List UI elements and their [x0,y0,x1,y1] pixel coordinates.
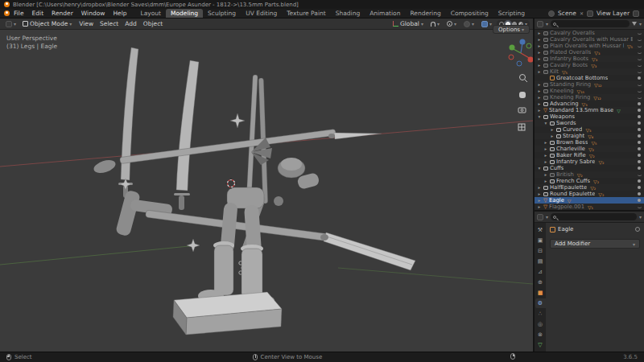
eye-open-icon[interactable] [636,102,642,106]
expand-icon[interactable]: ▾ [537,114,542,119]
expand-icon[interactable]: ▸ [537,88,542,93]
outliner-row-kneeling-firing[interactable]: ▸Kneeling Firing▽₁₂ [535,94,644,101]
expand-icon[interactable]: ▸ [537,50,542,55]
eye-open-icon[interactable] [636,186,642,190]
zoom-tool-icon[interactable] [520,75,528,83]
properties-tab-render[interactable]: ▣ [535,236,546,245]
outliner-row-cuffs[interactable]: ▾Cuffs [535,165,644,171]
properties-tab-world[interactable]: ⊕ [535,278,546,287]
properties-tab-output[interactable]: ⊟ [535,246,546,256]
menu-help[interactable]: Help [109,10,130,17]
outliner-row-british[interactable]: ▸British▽₂ [535,171,644,178]
outliner-row-round-epaulette[interactable]: ▸Round Epaulette▽₂ [535,191,644,197]
expand-icon[interactable]: ▸ [537,95,542,100]
viewport-3d[interactable]: User Perspective (31) Legs | Eagle [0,30,533,352]
eye-open-icon[interactable] [636,192,642,196]
outliner-row-kilt[interactable]: ▸Kilt▽₅ [535,68,644,75]
workspace-tab-rendering[interactable]: Rendering [405,9,445,18]
menu-window[interactable]: Window [77,10,109,17]
eye-open-icon[interactable] [636,154,642,158]
expand-icon[interactable]: ▸ [537,185,542,190]
outliner-row-french-cuffs[interactable]: ▸French Cuffs▽₂ [535,178,644,184]
options-button[interactable]: Options▾ [493,25,530,34]
workspace-tab-compositing[interactable]: Compositing [446,9,493,18]
outliner-row-standard-13-5mm-base[interactable]: ▸▽Standard 13.5mm Base▽ [535,107,644,113]
viewport-menu-object[interactable]: Object [140,20,166,27]
outliner-search-input[interactable] [551,20,630,27]
eye-open-icon[interactable] [636,199,642,203]
proportional-edit-toggle[interactable]: ▾ [444,21,459,27]
eye-closed-icon[interactable] [636,44,642,47]
expand-icon[interactable]: ▸ [550,127,555,132]
expand-icon[interactable]: ▾ [537,166,542,171]
outliner-row-infantry-sabre[interactable]: ▸Infantry Sabre▽₂ [535,158,644,165]
outliner-row-charleville[interactable]: ▸Charleville▽₂ [535,146,644,152]
outliner-row-cavalry-overalls-with-hussar-boots[interactable]: ▸Cavalry Overalls with Hussar Boots [535,36,644,43]
workspace-tab-uv-editing[interactable]: UV Editing [241,9,282,18]
navigation-gizmo[interactable] [509,39,533,67]
gizmo-x-neg[interactable] [509,55,514,60]
expand-icon[interactable]: ▸ [537,31,542,35]
eye-open-icon[interactable] [636,128,642,132]
view-layer-selector[interactable]: View Layer [597,10,630,17]
outliner-row-halfepaulette[interactable]: ▸HalfEpaulette▽₂ [535,184,644,191]
expand-icon[interactable]: ▾ [543,121,548,125]
eye-closed-icon[interactable] [636,38,642,41]
properties-tab-scene[interactable]: ⊿ [535,267,546,277]
outliner-row-kneeling[interactable]: ▸Kneeling▽₁₅ [535,88,644,94]
workspace-tab-modeling[interactable]: Modeling [166,9,203,18]
outliner-row-straight[interactable]: ▸Straight▽₄ [535,133,644,139]
menu-edit[interactable]: Edit [28,10,48,17]
workspace-tab-sculpting[interactable]: Sculpting [203,9,241,18]
outliner-row-baker-rifle[interactable]: ▸Baker Rifle▽₂ [535,152,644,158]
eye-closed-icon[interactable] [636,89,642,93]
workspace-tab-texture-paint[interactable]: Texture Paint [282,9,330,18]
menu-file[interactable]: File [10,10,28,17]
eye-open-icon[interactable] [636,76,642,80]
camera-view-icon[interactable] [518,108,526,113]
filter-chevron-icon[interactable]: ▾ [639,21,642,27]
outliner-row-infantry-boots[interactable]: ▸Infantry Boots▽₃ [535,56,644,62]
expand-icon[interactable]: ▸ [543,140,548,145]
viewport-menu-add[interactable]: Add [122,20,140,27]
expand-icon[interactable]: ▸ [537,37,542,42]
mode-selector[interactable]: Object Mode▾ [20,20,74,27]
expand-icon[interactable]: ▸ [543,153,548,158]
eye-open-icon[interactable] [636,179,642,183]
expand-icon[interactable]: ▸ [543,159,548,164]
eye-closed-icon[interactable] [636,83,642,86]
workspace-tab-layout[interactable]: Layout [135,9,166,18]
eye-open-icon[interactable] [636,160,642,164]
expand-icon[interactable]: ▸ [543,179,548,183]
properties-filter-icon[interactable]: ▾ [639,214,642,220]
properties-tab-modifiers[interactable]: ⚙ [535,298,546,308]
expand-icon[interactable]: ▸ [537,101,542,106]
properties-search-input[interactable] [551,213,637,220]
properties-tab-physics[interactable]: ◎ [535,319,546,329]
eye-open-icon[interactable] [636,109,642,113]
outliner-row-advancing[interactable]: ▸Advancing▽₃ [535,101,644,107]
outliner-row-greatcoat-bottoms[interactable]: Greatcoat Bottoms [535,75,644,81]
eye-closed-icon[interactable] [636,173,642,176]
outliner-row-standing-firing[interactable]: ▸Standing Firing▽₁₂ [535,81,644,88]
new-view-layer-icon[interactable] [633,10,639,17]
expand-icon[interactable]: ▸ [537,43,542,48]
gizmo-z-axis[interactable] [520,39,526,45]
workspace-tab-animation[interactable]: Animation [365,9,405,18]
properties-tab-constraints[interactable]: ⊗ [535,330,546,339]
expand-icon[interactable]: ▸ [537,82,542,87]
workspace-tab-scripting[interactable]: Scripting [493,9,530,18]
properties-editor-type-icon[interactable] [537,214,543,220]
eye-open-icon[interactable] [636,147,642,151]
eye-closed-icon[interactable] [636,96,642,99]
expand-icon[interactable]: ▸ [537,56,542,61]
pan-tool-icon[interactable] [519,92,526,98]
outliner-row-flagpole-001[interactable]: ▸▽Flagpole.001▽₁ [535,204,644,210]
gizmo-y-axis[interactable] [510,45,515,51]
expand-icon[interactable]: ▸ [537,204,542,209]
outliner-row-plain-overalls-with-hussar-boots[interactable]: ▸Plain Overalls with Hussar Boots▽₅ [535,43,644,49]
eye-closed-icon[interactable] [636,205,642,208]
expand-icon[interactable]: ▸ [543,146,548,151]
workspace-tab-shading[interactable]: Shading [331,9,365,18]
ortho-toggle-icon[interactable] [518,124,525,130]
